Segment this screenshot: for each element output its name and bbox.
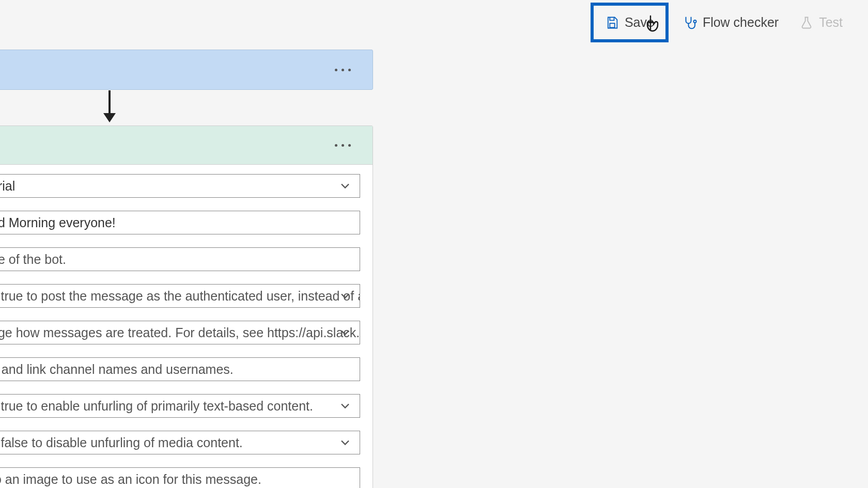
ellipsis-icon [335,69,337,71]
action-field[interactable]: od Morning everyone! [0,211,360,234]
chevron-down-icon[interactable] [338,325,352,340]
svg-point-1 [693,20,696,23]
field-placeholder-text: to an image to use as an icon for this m… [0,472,261,487]
svg-rect-0 [610,23,614,27]
action-field[interactable]: nge how messages are treated. For detail… [0,321,360,344]
chevron-down-icon[interactable] [338,179,352,193]
action-field[interactable]: to an image to use as an icon for this m… [0,467,360,488]
flow-checker-button[interactable]: Flow checker [675,10,786,36]
chevron-down-icon[interactable] [338,435,352,450]
action-card-body: orialod Morning everyone!ne of the bot.s… [0,165,373,488]
save-label: Save [625,15,654,30]
action-card-menu[interactable] [330,139,356,152]
field-placeholder-text: nge how messages are treated. For detail… [0,325,360,340]
test-label: Test [819,15,843,30]
chevron-down-icon[interactable] [338,289,352,303]
trigger-card[interactable] [0,50,373,90]
field-placeholder-text: ne of the bot. [0,252,66,267]
action-field[interactable]: ne of the bot. [0,247,360,271]
save-button[interactable]: Save [591,3,669,42]
flow-connector-arrow [103,90,116,122]
chevron-down-icon[interactable] [338,399,352,413]
arrow-head-icon [103,113,116,122]
field-value-text: orial [0,179,15,194]
flow-editor-canvas[interactable]: Save Flow checker Test [0,0,868,488]
field-placeholder-text: s true to enable unfurling of primarily … [0,399,313,414]
action-field[interactable]: s true to enable unfurling of primarily … [0,394,360,418]
trigger-card-menu[interactable] [330,64,356,76]
action-field[interactable]: s true to post the message as the authen… [0,284,360,308]
ellipsis-icon [348,69,351,71]
action-field[interactable]: orial [0,174,360,198]
ellipsis-icon [342,69,344,71]
ellipsis-icon [348,144,351,147]
ellipsis-icon [342,144,344,147]
ellipsis-icon [335,144,337,147]
field-value-text: od Morning everyone! [0,215,116,230]
action-card-header[interactable] [0,126,373,165]
toolbar: Save Flow checker Test [591,3,850,42]
field-placeholder-text: s true to post the message as the authen… [0,289,360,304]
arrow-line-icon [109,90,111,114]
action-field[interactable]: s false to disable unfurling of media co… [0,431,360,454]
action-card[interactable]: orialod Morning everyone!ne of the bot.s… [0,125,373,488]
action-field[interactable]: d and link channel names and usernames. [0,357,360,381]
field-placeholder-text: d and link channel names and usernames. [0,362,234,377]
test-button[interactable]: Test [792,10,850,35]
flask-icon [799,15,814,30]
save-icon [605,15,619,30]
field-placeholder-text: s false to disable unfurling of media co… [0,435,243,450]
flow-checker-label: Flow checker [703,15,779,30]
stethoscope-icon [682,15,698,30]
